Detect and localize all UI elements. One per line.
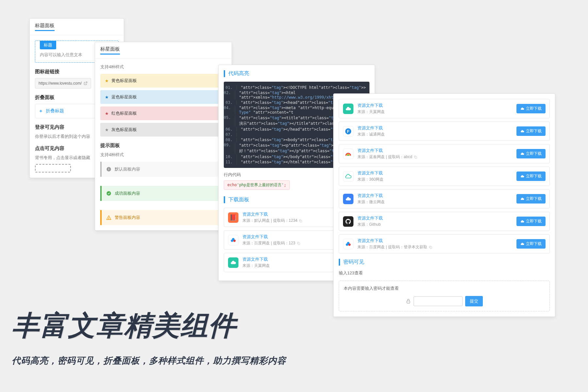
hero-title: 丰富文章精美组件 bbox=[12, 307, 286, 344]
info-icon: i bbox=[106, 167, 111, 172]
svg-rect-13 bbox=[415, 156, 417, 158]
download-title[interactable]: 资源文件下载 bbox=[357, 148, 513, 154]
panel-resources: 资源文件下载来源：天翼网盘立即下载F资源文件下载来源：诚通网盘立即下载资源文件下… bbox=[333, 93, 555, 317]
hero-subtitle: 代码高亮，密码可见，折叠面板，多种样式组件，助力撰写精彩内容 bbox=[12, 355, 286, 367]
download-button[interactable]: 立即下载 bbox=[516, 126, 546, 136]
svg-rect-17 bbox=[430, 247, 432, 249]
download-title[interactable]: 资源文件下载 bbox=[357, 103, 513, 108]
download-info: 资源文件下载来源：天翼网盘 bbox=[357, 103, 513, 115]
download-info: 资源文件下载来源：诚通网盘 bbox=[357, 125, 513, 137]
star-row-yellow: ★黄色标星面板 bbox=[100, 74, 226, 88]
download-meta: 来源：微云网盘 bbox=[357, 199, 513, 205]
download-meta: 来源：360网盘 bbox=[357, 177, 513, 182]
password-hint: 输入123查看 bbox=[339, 270, 550, 276]
icon-link-url: https://www.lovestu.com/ bbox=[39, 81, 82, 86]
download-item: 资源文件下载来源：360网盘立即下载 bbox=[339, 167, 550, 186]
download-title[interactable]: 资源文件下载 bbox=[357, 170, 513, 176]
copy-icon[interactable] bbox=[299, 219, 302, 223]
copy-icon[interactable] bbox=[429, 245, 433, 249]
title-tag: 标题 bbox=[40, 41, 56, 49]
source-icon: 📕 bbox=[228, 212, 238, 223]
source-icon bbox=[343, 149, 353, 159]
password-visible-title: 密码可见 bbox=[339, 259, 550, 266]
source-icon bbox=[343, 194, 353, 204]
svg-point-9 bbox=[232, 238, 234, 240]
download-item: 资源文件下载来源：微云网盘立即下载 bbox=[339, 189, 550, 208]
panel-header: 标星面板 bbox=[95, 42, 232, 59]
password-box: 本内容需要输入密码才能查看 提交 bbox=[339, 281, 550, 311]
tip-success: 成功面板内容 bbox=[100, 186, 226, 201]
submit-button[interactable]: 提交 bbox=[465, 296, 483, 306]
download-button[interactable]: 立即下载 bbox=[516, 194, 546, 204]
star-icon: ★ bbox=[105, 127, 109, 132]
check-icon bbox=[106, 191, 111, 196]
svg-point-16 bbox=[347, 242, 349, 244]
hero-text: 丰富文章精美组件 代码高亮，密码可见，折叠面板，多种样式组件，助力撰写精彩内容 bbox=[12, 307, 286, 367]
star-icon: ★ bbox=[105, 111, 109, 116]
download-info: 资源文件下载来源：微云网盘 bbox=[357, 193, 513, 205]
download-title[interactable]: 资源文件下载 bbox=[357, 125, 513, 131]
tip-label: 提示面板 bbox=[100, 142, 226, 149]
download-button[interactable]: 立即下载 bbox=[516, 217, 546, 226]
source-icon bbox=[228, 257, 238, 268]
svg-rect-10 bbox=[298, 243, 300, 245]
code-highlight-title: 代码高亮 bbox=[224, 70, 369, 77]
copy-icon[interactable] bbox=[414, 155, 417, 159]
download-meta: 来源：Github bbox=[357, 222, 513, 227]
download-info: 资源文件下载来源：Github bbox=[357, 215, 513, 227]
collapse-title-text: 折叠标题 bbox=[46, 108, 64, 114]
source-icon bbox=[343, 171, 353, 182]
download-item: 资源文件下载来源：蓝奏网盘 | 提取码：abcd立即下载 bbox=[339, 144, 550, 163]
download-info: 资源文件下载来源：百度网盘 | 提取码：登录本文获取 bbox=[357, 238, 513, 250]
star-row-blue: ★蓝色标星面板 bbox=[100, 90, 226, 104]
download-button[interactable]: 立即下载 bbox=[516, 239, 546, 249]
download-button[interactable]: 立即下载 bbox=[516, 172, 546, 181]
svg-text:F: F bbox=[347, 129, 350, 134]
source-icon bbox=[228, 235, 238, 245]
download-button[interactable]: 立即下载 bbox=[516, 104, 546, 113]
inline-code: echo'php是世界上最好的语言'; bbox=[224, 180, 290, 190]
lock-icon bbox=[406, 299, 411, 304]
star-icon: ★ bbox=[105, 78, 109, 83]
tip-warning: 警告面板内容 bbox=[100, 210, 226, 225]
download-item: 资源文件下载来源：Github立即下载 bbox=[339, 212, 550, 231]
password-input[interactable] bbox=[414, 296, 463, 306]
support-text: 支持4种样式 bbox=[100, 64, 226, 70]
external-link-icon bbox=[84, 81, 88, 85]
svg-point-5 bbox=[108, 219, 109, 219]
dashed-placeholder[interactable] bbox=[35, 164, 71, 172]
panel-header: 标题面板 bbox=[30, 19, 124, 35]
download-item: 资源文件下载来源：天翼网盘立即下载 bbox=[339, 99, 550, 118]
password-box-text: 本内容需要输入密码才能查看 bbox=[344, 286, 399, 291]
source-icon bbox=[343, 216, 353, 227]
download-title[interactable]: 资源文件下载 bbox=[357, 238, 513, 244]
download-button[interactable]: 立即下载 bbox=[516, 149, 546, 158]
star-icon: ★ bbox=[105, 95, 109, 100]
download-meta: 来源：蓝奏网盘 | 提取码：abcd bbox=[357, 154, 513, 160]
source-icon bbox=[343, 104, 353, 114]
download-info: 资源文件下载来源：360网盘 bbox=[357, 170, 513, 182]
tip-support-text: 支持4种样式 bbox=[100, 152, 226, 158]
star-row-gray: ★灰色标星面板 bbox=[100, 123, 226, 137]
download-title[interactable]: 资源文件下载 bbox=[357, 193, 513, 199]
svg-line-0 bbox=[85, 82, 87, 84]
copy-icon[interactable] bbox=[297, 241, 301, 245]
tip-default: i 默认面板内容 bbox=[100, 162, 226, 177]
download-meta: 来源：天翼网盘 bbox=[357, 109, 513, 115]
svg-rect-6 bbox=[300, 220, 302, 222]
download-meta: 来源：诚通网盘 bbox=[357, 132, 513, 137]
download-item: F资源文件下载来源：诚通网盘立即下载 bbox=[339, 122, 550, 141]
download-meta: 来源：百度网盘 | 提取码：登录本文获取 bbox=[357, 244, 513, 250]
download-item: 资源文件下载来源：百度网盘 | 提取码：登录本文获取立即下载 bbox=[339, 234, 550, 253]
plus-icon: ＋ bbox=[39, 108, 43, 114]
star-row-red: ★红色标星面板 bbox=[100, 106, 226, 120]
icon-link-box[interactable]: https://www.lovestu.com/ bbox=[35, 78, 91, 89]
svg-text:i: i bbox=[108, 168, 109, 171]
svg-point-3 bbox=[106, 191, 111, 195]
download-title[interactable]: 资源文件下载 bbox=[357, 215, 513, 221]
source-icon bbox=[343, 239, 353, 249]
warning-icon bbox=[106, 215, 111, 220]
download-info: 资源文件下载来源：蓝奏网盘 | 提取码：abcd bbox=[357, 148, 513, 160]
source-icon: F bbox=[343, 126, 353, 137]
svg-rect-18 bbox=[407, 301, 410, 303]
